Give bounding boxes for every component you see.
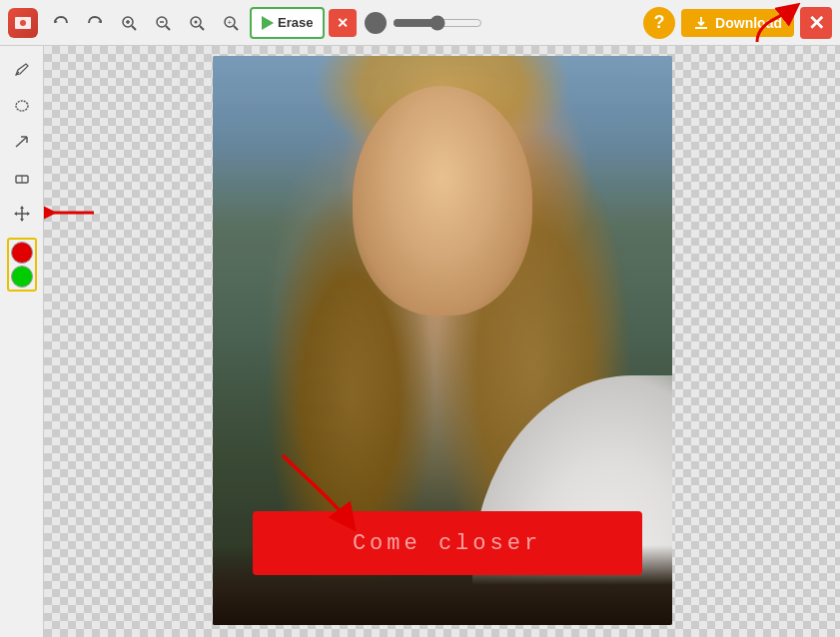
draw-tool-button[interactable] bbox=[6, 54, 38, 86]
zoom-reset-button[interactable] bbox=[182, 8, 212, 38]
left-sidebar bbox=[0, 46, 44, 637]
svg-marker-25 bbox=[27, 212, 30, 216]
clear-button[interactable]: ✕ bbox=[329, 9, 357, 37]
portrait-photo: Come closer bbox=[213, 56, 672, 625]
brush-size-indicator bbox=[365, 12, 387, 34]
face-layer bbox=[353, 86, 532, 316]
brush-size-control bbox=[365, 12, 482, 34]
lasso-icon bbox=[13, 97, 31, 115]
svg-point-10 bbox=[195, 20, 198, 23]
download-label: Download bbox=[715, 15, 782, 31]
arrow-tool-icon bbox=[13, 133, 31, 151]
svg-marker-23 bbox=[20, 219, 24, 222]
main-canvas-area[interactable]: Come closer bbox=[44, 46, 840, 637]
arrow-tool-button[interactable] bbox=[6, 126, 38, 158]
svg-line-8 bbox=[166, 26, 170, 30]
svg-text:+: + bbox=[228, 18, 233, 27]
brush-size-slider[interactable] bbox=[393, 15, 482, 31]
move-icon bbox=[13, 205, 31, 223]
erase-play-icon bbox=[262, 16, 274, 30]
zoom-out-button[interactable] bbox=[148, 8, 178, 38]
svg-marker-24 bbox=[14, 212, 17, 216]
red-text-banner: Come closer bbox=[253, 511, 642, 575]
image-container: Come closer bbox=[213, 56, 672, 625]
zoom-in-button[interactable] bbox=[114, 8, 144, 38]
help-button[interactable]: ? bbox=[643, 7, 675, 39]
svg-point-17 bbox=[16, 101, 28, 111]
toolbar: + Erase ✕ ? Download ✕ bbox=[0, 0, 840, 46]
right-toolbar: ? Download ✕ bbox=[643, 7, 832, 39]
color-swatches bbox=[7, 238, 37, 292]
redo-button[interactable] bbox=[80, 8, 110, 38]
svg-line-5 bbox=[132, 26, 136, 30]
background-color-swatch[interactable] bbox=[11, 266, 33, 288]
close-icon: ✕ bbox=[808, 11, 825, 35]
eraser-tool-button[interactable] bbox=[6, 162, 38, 194]
foreground-color-swatch[interactable] bbox=[11, 242, 33, 264]
download-icon bbox=[693, 15, 709, 31]
download-button[interactable]: Download bbox=[681, 9, 794, 37]
banner-text: Come closer bbox=[353, 531, 541, 556]
eraser-icon bbox=[13, 169, 31, 187]
zoom-fit-button[interactable]: + bbox=[216, 8, 246, 38]
pencil-icon bbox=[13, 61, 31, 79]
close-button[interactable]: ✕ bbox=[800, 7, 832, 39]
clear-icon: ✕ bbox=[337, 15, 349, 31]
app-icon bbox=[8, 8, 38, 38]
undo-button[interactable] bbox=[46, 8, 76, 38]
erase-label: Erase bbox=[278, 15, 313, 30]
svg-point-1 bbox=[20, 20, 26, 26]
svg-line-11 bbox=[200, 26, 204, 30]
help-icon: ? bbox=[654, 12, 665, 33]
move-tool-button[interactable] bbox=[6, 198, 38, 230]
erase-button[interactable]: Erase bbox=[250, 7, 325, 39]
svg-line-15 bbox=[234, 26, 238, 30]
lasso-tool-button[interactable] bbox=[6, 90, 38, 122]
svg-marker-22 bbox=[20, 206, 24, 209]
